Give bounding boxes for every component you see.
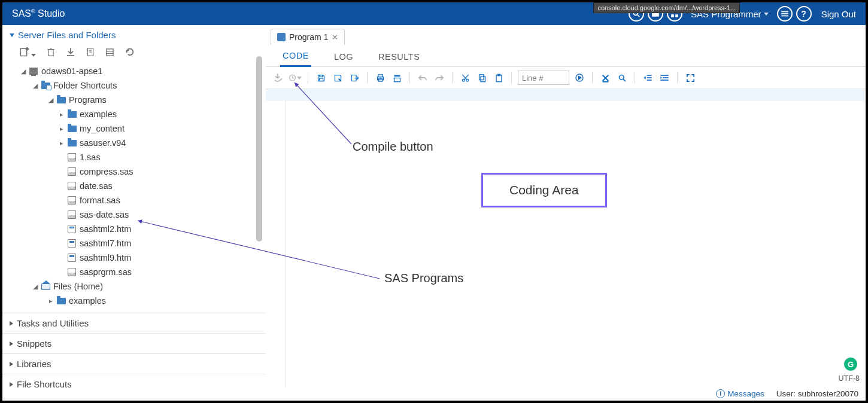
- indent-icon[interactable]: [658, 71, 671, 84]
- file-tab-bar: Program 1 ✕: [266, 29, 866, 45]
- tree-file[interactable]: sas-date.sas: [2, 207, 266, 222]
- tree-file[interactable]: date.sas: [2, 179, 266, 193]
- cut-icon[interactable]: [459, 71, 472, 84]
- tab-log[interactable]: LOG: [332, 50, 356, 66]
- annotation-compile-label: Compile button: [353, 140, 433, 154]
- fullscreen-icon[interactable]: [684, 71, 697, 84]
- section-file-shortcuts[interactable]: File Shortcuts: [2, 374, 266, 394]
- paste-icon[interactable]: [492, 71, 505, 84]
- left-scrollbar[interactable]: [256, 56, 262, 242]
- annotation-sas-programs-label: SAS Programs: [384, 271, 463, 285]
- menu-icon[interactable]: [777, 6, 793, 22]
- editor-gutter: 1: [266, 89, 286, 387]
- svg-rect-22: [107, 48, 113, 55]
- user-label: User: subhroster20070: [776, 389, 858, 398]
- svg-rect-39: [479, 74, 484, 80]
- refresh-icon[interactable]: [125, 47, 135, 59]
- svg-rect-38: [481, 77, 485, 82]
- summary-icon[interactable]: [390, 71, 403, 84]
- svg-rect-26: [320, 75, 323, 77]
- print-icon[interactable]: [374, 71, 387, 84]
- tree-dir[interactable]: ▸examples: [2, 107, 266, 121]
- svg-rect-33: [394, 78, 400, 81]
- view-icon[interactable]: [105, 48, 114, 59]
- code-toolbar: [266, 67, 866, 89]
- sas-file-icon: [68, 210, 76, 219]
- code-editor[interactable]: 1: [266, 89, 866, 387]
- tree-files-home[interactable]: ◢Files (Home): [2, 279, 266, 294]
- outdent-icon[interactable]: [641, 71, 654, 84]
- svg-point-47: [619, 75, 624, 80]
- copy-icon[interactable]: [475, 71, 488, 84]
- redo-icon[interactable]: [433, 71, 446, 84]
- program-icon: [277, 33, 286, 41]
- tree-file[interactable]: sashtml2.htm: [2, 222, 266, 236]
- tree-folder-shortcuts[interactable]: ◢Folder Shortcuts: [2, 78, 266, 93]
- goto-line-input[interactable]: [518, 71, 569, 85]
- close-tab-icon[interactable]: ✕: [332, 33, 338, 42]
- grammarly-icon[interactable]: G: [844, 358, 857, 371]
- tree-server-node[interactable]: ◢odaws01-apse1: [2, 64, 266, 78]
- svg-rect-6: [671, 14, 674, 17]
- encoding-label: UTF-8: [839, 374, 860, 383]
- status-bar: iMessages User: subhroster20070: [716, 389, 858, 398]
- svg-line-48: [623, 79, 626, 81]
- annotation-coding-area-box: Coding Area: [481, 173, 607, 207]
- file-tree: ◢odaws01-apse1 ◢Folder Shortcuts ◢Progra…: [2, 63, 266, 313]
- chevron-down-icon: [764, 13, 769, 16]
- save-as-icon[interactable]: [331, 71, 344, 84]
- tree-file[interactable]: format.sas: [2, 193, 266, 207]
- section-libraries[interactable]: Libraries: [2, 353, 266, 374]
- run-icon[interactable]: [272, 71, 285, 84]
- tree-file[interactable]: sashtml9.htm: [2, 251, 266, 265]
- sas-file-icon: [68, 153, 76, 161]
- section-server-files[interactable]: Server Files and Folders: [2, 25, 266, 45]
- sas-file-icon: [68, 167, 76, 176]
- view-tab-bar: CODE LOG RESULTS: [266, 45, 866, 67]
- section-snippets[interactable]: Snippets: [2, 333, 266, 353]
- export-icon[interactable]: [348, 71, 361, 84]
- sas-file-icon: [68, 268, 76, 276]
- delete-icon[interactable]: [47, 47, 55, 59]
- tree-dir[interactable]: ▸my_content: [2, 121, 266, 136]
- tree-file[interactable]: sasprgrm.sas: [2, 265, 266, 279]
- tab-code[interactable]: CODE: [280, 48, 311, 67]
- svg-rect-27: [319, 78, 323, 81]
- section-tasks[interactable]: Tasks and Utilities: [2, 313, 266, 333]
- tree-programs-folder[interactable]: ◢Programs: [2, 93, 266, 107]
- tree-dir[interactable]: ▸examples: [2, 294, 266, 308]
- props-icon[interactable]: [86, 47, 95, 59]
- home-icon: [41, 283, 50, 290]
- tree-file[interactable]: sashtml7.htm: [2, 236, 266, 251]
- tree-file[interactable]: 1.sas: [2, 150, 266, 164]
- left-toolbar: [2, 45, 266, 63]
- file-tab-program1[interactable]: Program 1 ✕: [271, 29, 345, 45]
- htm-file-icon: [68, 239, 76, 248]
- sas-file-icon: [68, 196, 76, 204]
- messages-link[interactable]: iMessages: [716, 389, 764, 398]
- info-icon: i: [716, 389, 725, 398]
- download-icon[interactable]: [66, 47, 75, 59]
- save-icon[interactable]: [314, 71, 327, 84]
- clear-icon[interactable]: [599, 71, 612, 84]
- find-icon[interactable]: [615, 71, 629, 84]
- svg-marker-56: [660, 77, 662, 79]
- sas-file-icon: [68, 182, 76, 190]
- new-icon[interactable]: [19, 47, 36, 59]
- history-icon[interactable]: [289, 71, 302, 84]
- code-text-area[interactable]: [286, 89, 866, 387]
- signout-link[interactable]: Sign Out: [821, 9, 856, 19]
- tree-dir[interactable]: ▸sasuser.v94: [2, 136, 266, 150]
- svg-rect-41: [497, 74, 500, 76]
- svg-rect-7: [675, 14, 678, 17]
- goto-line-button[interactable]: [573, 71, 586, 84]
- triangle-down-icon: [10, 33, 14, 37]
- svg-marker-43: [579, 76, 581, 79]
- htm-file-icon: [68, 254, 76, 262]
- tab-results[interactable]: RESULTS: [376, 50, 422, 66]
- undo-icon[interactable]: [416, 71, 429, 84]
- app-title: SAS® Studio: [12, 8, 65, 19]
- tree-file[interactable]: compress.sas: [2, 164, 266, 179]
- help-icon[interactable]: ?: [796, 6, 812, 22]
- htm-file-icon: [68, 225, 76, 233]
